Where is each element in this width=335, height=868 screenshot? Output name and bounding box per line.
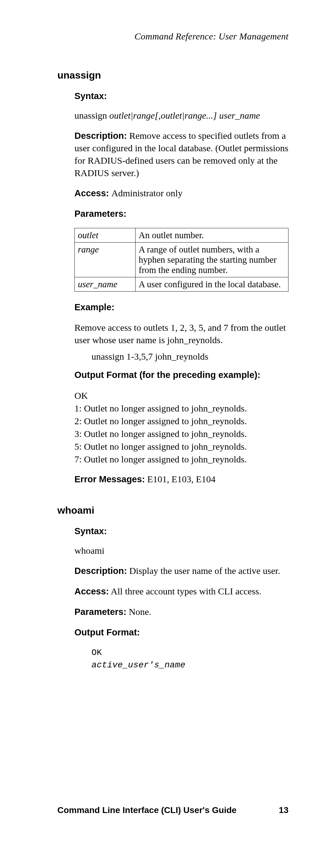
footer-page-number: 13 [279,805,289,815]
table-row: user_name A user configured in the local… [75,277,289,291]
param-desc: A user configured in the local database. [136,277,289,291]
table-row: range A range of outlet numbers, with a … [75,243,289,277]
example-command: unassign 1-3,5,7 john_reynolds [92,351,289,362]
parameters-label: Parameters: [74,607,127,617]
description-label: Description: [74,566,127,576]
example-text: Remove access to outlets 1, 2, 3, 5, and… [74,321,289,346]
access-text: All three account types with CLI access. [109,586,262,596]
param-desc: An outlet number. [136,228,289,243]
mono-line-italic: active_user's_name [92,660,185,670]
description-para: Description: Display the user name of th… [74,565,289,577]
output-line: 7: Outlet no longer assigned to john_rey… [74,453,289,466]
syntax-label: Syntax: [74,91,107,101]
example-label: Example: [74,302,114,312]
output-line: 2: Outlet no longer assigned to john_rey… [74,414,289,427]
param-desc: A range of outlet numbers, with a hyphen… [136,243,289,277]
syntax-cmd: unassign [74,110,107,121]
table-row: outlet An outlet number. [75,228,289,243]
description-label: Description: [74,131,127,141]
output-lines: OK 1: Outlet no longer assigned to john_… [74,389,289,466]
parameters-table: outlet An outlet number. range A range o… [74,228,289,291]
output-line: 5: Outlet no longer assigned to john_rey… [74,440,289,453]
output-line: 3: Outlet no longer assigned to john_rey… [74,427,289,440]
cmd-title-unassign: unassign [57,69,289,81]
cmd-title-whoami: whoami [57,505,289,516]
footer-title: Command Line Interface (CLI) User's Guid… [57,805,237,815]
syntax-line: unassign outlet|range[,outlet|range...] … [74,110,289,121]
access-text: Administrator only [111,188,182,198]
access-para: Access: Administrator only [74,187,289,199]
output-mono: OK active_user's_name [92,647,289,672]
errors-label: Error Messages: [74,474,145,484]
access-label: Access: [74,188,111,198]
output-format-label: Output Format (for the preceding example… [74,370,260,380]
param-name: outlet [75,228,136,243]
parameters-para: Parameters: None. [74,606,289,618]
output-line: OK [74,389,289,402]
mono-line: OK [92,648,102,657]
parameters-label: Parameters: [74,209,127,219]
syntax-label: Syntax: [74,526,107,536]
description-para: Description: Remove access to specified … [74,129,289,179]
command-unassign: unassign Syntax: unassign outlet|range[,… [57,69,289,486]
param-name: range [75,243,136,277]
page-footer: Command Line Interface (CLI) User's Guid… [57,805,289,815]
errors-text: E101, E103, E104 [145,474,215,484]
syntax-args: outlet|range[,outlet|range...] user_name [107,110,260,121]
param-name: user_name [75,277,136,291]
output-line: 1: Outlet no longer assigned to john_rey… [74,402,289,414]
parameters-text: None. [127,607,152,617]
access-para: Access: All three account types with CLI… [74,585,289,597]
errors-para: Error Messages: E101, E103, E104 [74,473,289,486]
command-whoami: whoami Syntax: whoami Description: Displ… [57,505,289,672]
running-header: Command Reference: User Management [57,31,289,42]
output-format-label: Output Format: [74,627,140,637]
syntax-text: whoami [74,545,289,556]
description-text: Display the user name of the active user… [127,565,280,576]
access-label: Access: [74,586,109,596]
